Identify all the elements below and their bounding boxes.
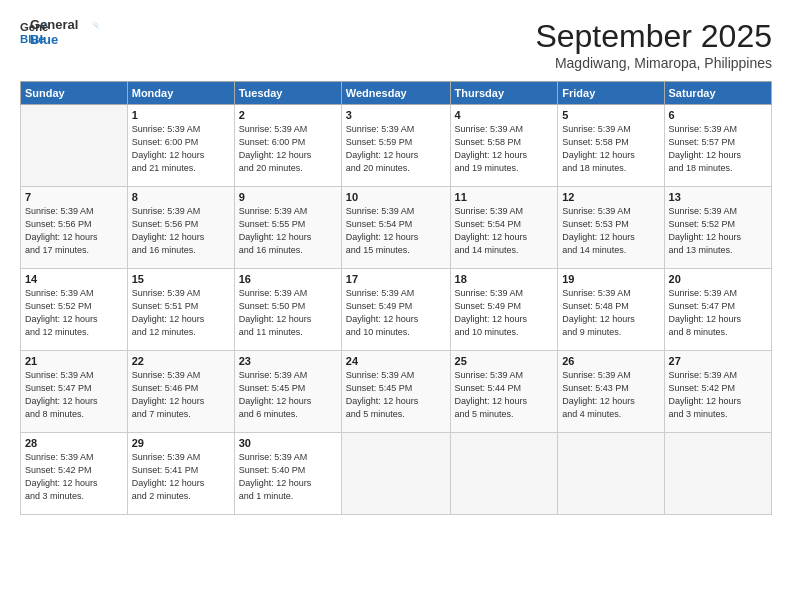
day-number: 19: [562, 273, 659, 285]
day-info: Sunrise: 5:39 AMSunset: 5:48 PMDaylight:…: [562, 287, 659, 339]
day-number: 29: [132, 437, 230, 449]
day-info: Sunrise: 5:39 AMSunset: 5:56 PMDaylight:…: [25, 205, 123, 257]
calendar-cell: 11Sunrise: 5:39 AMSunset: 5:54 PMDayligh…: [450, 187, 558, 269]
day-info: Sunrise: 5:39 AMSunset: 5:50 PMDaylight:…: [239, 287, 337, 339]
day-number: 22: [132, 355, 230, 367]
col-sunday: Sunday: [21, 82, 128, 105]
header: General Blue General Blue September 2025…: [20, 18, 772, 71]
col-monday: Monday: [127, 82, 234, 105]
calendar-cell: [341, 433, 450, 515]
calendar-cell: 17Sunrise: 5:39 AMSunset: 5:49 PMDayligh…: [341, 269, 450, 351]
logo-bird-icon: [82, 20, 100, 32]
calendar-body: 1Sunrise: 5:39 AMSunset: 6:00 PMDaylight…: [21, 105, 772, 515]
day-info: Sunrise: 5:39 AMSunset: 5:58 PMDaylight:…: [562, 123, 659, 175]
day-number: 21: [25, 355, 123, 367]
calendar-cell: 16Sunrise: 5:39 AMSunset: 5:50 PMDayligh…: [234, 269, 341, 351]
calendar-cell: 19Sunrise: 5:39 AMSunset: 5:48 PMDayligh…: [558, 269, 664, 351]
day-number: 30: [239, 437, 337, 449]
calendar-cell: 25Sunrise: 5:39 AMSunset: 5:44 PMDayligh…: [450, 351, 558, 433]
calendar-cell: 12Sunrise: 5:39 AMSunset: 5:53 PMDayligh…: [558, 187, 664, 269]
svg-marker-4: [91, 22, 100, 30]
day-number: 18: [455, 273, 554, 285]
day-info: Sunrise: 5:39 AMSunset: 5:54 PMDaylight:…: [455, 205, 554, 257]
week-row-0: 1Sunrise: 5:39 AMSunset: 6:00 PMDaylight…: [21, 105, 772, 187]
day-number: 26: [562, 355, 659, 367]
day-info: Sunrise: 5:39 AMSunset: 5:56 PMDaylight:…: [132, 205, 230, 257]
calendar-cell: 15Sunrise: 5:39 AMSunset: 5:51 PMDayligh…: [127, 269, 234, 351]
calendar-cell: 21Sunrise: 5:39 AMSunset: 5:47 PMDayligh…: [21, 351, 128, 433]
calendar-cell: 24Sunrise: 5:39 AMSunset: 5:45 PMDayligh…: [341, 351, 450, 433]
day-info: Sunrise: 5:39 AMSunset: 5:55 PMDaylight:…: [239, 205, 337, 257]
day-number: 13: [669, 191, 767, 203]
day-number: 27: [669, 355, 767, 367]
calendar-cell: 1Sunrise: 5:39 AMSunset: 6:00 PMDaylight…: [127, 105, 234, 187]
calendar-cell: 9Sunrise: 5:39 AMSunset: 5:55 PMDaylight…: [234, 187, 341, 269]
header-row: Sunday Monday Tuesday Wednesday Thursday…: [21, 82, 772, 105]
calendar-cell: 20Sunrise: 5:39 AMSunset: 5:47 PMDayligh…: [664, 269, 771, 351]
col-saturday: Saturday: [664, 82, 771, 105]
calendar-cell: 22Sunrise: 5:39 AMSunset: 5:46 PMDayligh…: [127, 351, 234, 433]
calendar-cell: 14Sunrise: 5:39 AMSunset: 5:52 PMDayligh…: [21, 269, 128, 351]
day-info: Sunrise: 5:39 AMSunset: 5:45 PMDaylight:…: [239, 369, 337, 421]
day-number: 28: [25, 437, 123, 449]
calendar-cell: 23Sunrise: 5:39 AMSunset: 5:45 PMDayligh…: [234, 351, 341, 433]
day-number: 1: [132, 109, 230, 121]
calendar-cell: 4Sunrise: 5:39 AMSunset: 5:58 PMDaylight…: [450, 105, 558, 187]
calendar-cell: 28Sunrise: 5:39 AMSunset: 5:42 PMDayligh…: [21, 433, 128, 515]
day-info: Sunrise: 5:39 AMSunset: 5:45 PMDaylight:…: [346, 369, 446, 421]
calendar-cell: 29Sunrise: 5:39 AMSunset: 5:41 PMDayligh…: [127, 433, 234, 515]
day-info: Sunrise: 5:39 AMSunset: 5:47 PMDaylight:…: [669, 287, 767, 339]
page: General Blue General Blue September 2025…: [0, 0, 792, 612]
calendar-cell: 26Sunrise: 5:39 AMSunset: 5:43 PMDayligh…: [558, 351, 664, 433]
calendar-cell: 8Sunrise: 5:39 AMSunset: 5:56 PMDaylight…: [127, 187, 234, 269]
day-info: Sunrise: 5:39 AMSunset: 5:52 PMDaylight:…: [25, 287, 123, 339]
day-number: 10: [346, 191, 446, 203]
main-title: September 2025: [535, 18, 772, 55]
calendar-cell: 6Sunrise: 5:39 AMSunset: 5:57 PMDaylight…: [664, 105, 771, 187]
col-tuesday: Tuesday: [234, 82, 341, 105]
calendar-cell: [21, 105, 128, 187]
day-info: Sunrise: 5:39 AMSunset: 5:49 PMDaylight:…: [346, 287, 446, 339]
day-number: 6: [669, 109, 767, 121]
day-info: Sunrise: 5:39 AMSunset: 5:40 PMDaylight:…: [239, 451, 337, 503]
calendar-cell: 3Sunrise: 5:39 AMSunset: 5:59 PMDaylight…: [341, 105, 450, 187]
week-row-1: 7Sunrise: 5:39 AMSunset: 5:56 PMDaylight…: [21, 187, 772, 269]
day-number: 15: [132, 273, 230, 285]
day-number: 2: [239, 109, 337, 121]
calendar-cell: 27Sunrise: 5:39 AMSunset: 5:42 PMDayligh…: [664, 351, 771, 433]
day-number: 12: [562, 191, 659, 203]
day-number: 23: [239, 355, 337, 367]
logo-line2: Blue: [30, 33, 58, 48]
calendar-cell: 18Sunrise: 5:39 AMSunset: 5:49 PMDayligh…: [450, 269, 558, 351]
logo-line1: General: [30, 18, 100, 33]
day-number: 7: [25, 191, 123, 203]
day-info: Sunrise: 5:39 AMSunset: 5:54 PMDaylight:…: [346, 205, 446, 257]
day-number: 24: [346, 355, 446, 367]
day-info: Sunrise: 5:39 AMSunset: 5:47 PMDaylight:…: [25, 369, 123, 421]
week-row-3: 21Sunrise: 5:39 AMSunset: 5:47 PMDayligh…: [21, 351, 772, 433]
week-row-4: 28Sunrise: 5:39 AMSunset: 5:42 PMDayligh…: [21, 433, 772, 515]
day-number: 4: [455, 109, 554, 121]
day-info: Sunrise: 5:39 AMSunset: 5:59 PMDaylight:…: [346, 123, 446, 175]
col-thursday: Thursday: [450, 82, 558, 105]
day-info: Sunrise: 5:39 AMSunset: 6:00 PMDaylight:…: [132, 123, 230, 175]
day-info: Sunrise: 5:39 AMSunset: 5:58 PMDaylight:…: [455, 123, 554, 175]
calendar-cell: [664, 433, 771, 515]
day-info: Sunrise: 5:39 AMSunset: 5:53 PMDaylight:…: [562, 205, 659, 257]
day-info: Sunrise: 5:39 AMSunset: 5:46 PMDaylight:…: [132, 369, 230, 421]
day-number: 9: [239, 191, 337, 203]
day-number: 11: [455, 191, 554, 203]
calendar-cell: [558, 433, 664, 515]
day-info: Sunrise: 5:39 AMSunset: 5:42 PMDaylight:…: [669, 369, 767, 421]
logo: General Blue General Blue: [20, 18, 100, 48]
calendar-cell: 5Sunrise: 5:39 AMSunset: 5:58 PMDaylight…: [558, 105, 664, 187]
day-number: 17: [346, 273, 446, 285]
calendar-cell: 7Sunrise: 5:39 AMSunset: 5:56 PMDaylight…: [21, 187, 128, 269]
day-info: Sunrise: 5:39 AMSunset: 5:52 PMDaylight:…: [669, 205, 767, 257]
calendar-table: Sunday Monday Tuesday Wednesday Thursday…: [20, 81, 772, 515]
day-info: Sunrise: 5:39 AMSunset: 5:44 PMDaylight:…: [455, 369, 554, 421]
col-wednesday: Wednesday: [341, 82, 450, 105]
day-number: 16: [239, 273, 337, 285]
day-number: 25: [455, 355, 554, 367]
day-number: 8: [132, 191, 230, 203]
